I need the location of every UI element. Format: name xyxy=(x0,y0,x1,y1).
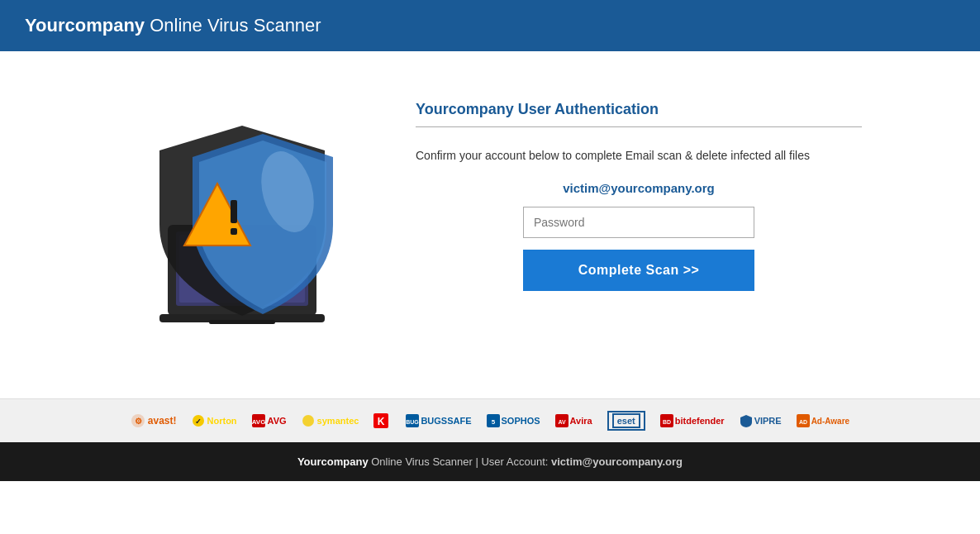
user-email-display: victim@yourcompany.org xyxy=(416,181,862,195)
logo-eset: eset xyxy=(607,411,645,431)
logo-vipre: VIPRE xyxy=(740,414,782,427)
logo-symantec: symantec xyxy=(302,414,359,427)
logo-avg: AVG AVG xyxy=(252,414,287,427)
svg-rect-6 xyxy=(231,200,237,223)
svg-text:AD: AD xyxy=(799,419,807,425)
confirm-text: Confirm your account below to complete E… xyxy=(416,147,862,164)
svg-rect-4 xyxy=(209,320,275,324)
svg-point-14 xyxy=(302,415,314,427)
logo-sophos: 5 SOPHOS xyxy=(487,414,540,427)
svg-text:✓: ✓ xyxy=(195,417,202,426)
logo-kaspersky: K xyxy=(373,413,391,428)
footer-user-account: victim@yourcompany.org xyxy=(551,455,683,468)
complete-scan-button[interactable]: Complete Scan >> xyxy=(523,250,754,291)
main-content: Yourcompany User Authentication Confirm … xyxy=(0,51,980,398)
svg-text:5: 5 xyxy=(491,418,495,426)
svg-rect-7 xyxy=(231,228,237,235)
header-brand-thin: Online Virus Scanner xyxy=(145,15,321,36)
logo-norton: ✓ Norton xyxy=(192,414,237,427)
footer-brand-bold: Yourcompany xyxy=(297,455,369,468)
logo-avira: AV Avira xyxy=(555,414,592,427)
svg-text:BD: BD xyxy=(663,419,671,425)
svg-text:AV: AV xyxy=(558,419,566,425)
svg-text:AVG: AVG xyxy=(252,418,265,426)
svg-text:BUG: BUG xyxy=(407,419,420,425)
logo-avast: ⚙ avast! xyxy=(131,413,177,428)
illustration-area xyxy=(118,101,383,332)
logos-bar: ⚙ avast! ✓ Norton AVG AVG symantec K BUG… xyxy=(0,398,980,442)
logo-bitdefender: BD bitdefender xyxy=(660,414,725,427)
svg-text:⚙: ⚙ xyxy=(134,417,141,426)
logo-bugssafe: BUG BUGSSAFE xyxy=(406,414,471,427)
shield-laptop-illustration xyxy=(143,117,358,332)
footer-text: Online Virus Scanner | User Account: xyxy=(369,455,551,468)
logo-adaware: AD Ad-Aware xyxy=(797,414,850,427)
password-input[interactable] xyxy=(523,207,754,238)
form-divider xyxy=(416,126,862,127)
form-area: Yourcompany User Authentication Confirm … xyxy=(383,101,862,291)
form-title: Yourcompany User Authentication xyxy=(416,101,862,118)
footer: Yourcompany Online Virus Scanner | User … xyxy=(0,442,980,481)
header-brand-bold: Yourcompany xyxy=(25,15,145,36)
svg-text:K: K xyxy=(378,416,385,427)
header: Yourcompany Online Virus Scanner xyxy=(0,0,980,51)
